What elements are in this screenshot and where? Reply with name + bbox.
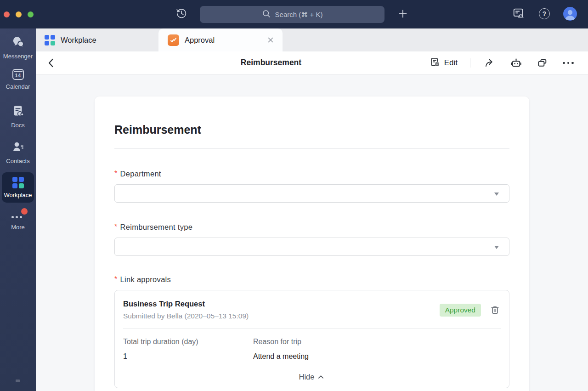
- user-avatar[interactable]: [563, 7, 577, 21]
- divider: [123, 328, 501, 329]
- sidebar-item-label: Workplace: [4, 192, 32, 198]
- search-icon: [262, 9, 271, 20]
- tab-workplace[interactable]: Workplace: [36, 28, 158, 51]
- history-button[interactable]: [175, 8, 188, 21]
- status-badge: Approved: [440, 304, 481, 317]
- zoom-window-button[interactable]: [28, 11, 34, 17]
- linked-approval-submitted: Submitted by Bella (2020–05–13 15:09): [123, 312, 440, 320]
- divider: [114, 148, 509, 149]
- sidebar-item-label: Messenger: [3, 53, 33, 60]
- close-window-button[interactable]: [4, 11, 10, 17]
- person-icon: [563, 7, 577, 21]
- required-marker: *: [114, 223, 118, 231]
- delete-linked-approval-button[interactable]: [489, 304, 501, 316]
- share-icon: [484, 57, 496, 69]
- ellipsis-icon: [563, 62, 574, 64]
- page-header: Reimbursement: [36, 51, 588, 74]
- new-tab-button[interactable]: [397, 9, 409, 21]
- form-card: Reimbursement * Department * Reimburseme…: [95, 96, 529, 391]
- required-marker: *: [114, 170, 118, 178]
- sidebar-footer-icon: [16, 380, 20, 382]
- sidebar-item-more[interactable]: More: [0, 210, 36, 231]
- tab-label: Workplace: [61, 36, 96, 45]
- edit-button[interactable]: Edit: [430, 57, 458, 70]
- help-button[interactable]: ?: [537, 7, 551, 21]
- search-placeholder: Search (⌘ + K): [275, 11, 323, 19]
- detail-label: Total trip duration (day): [123, 338, 253, 346]
- window-controls: [4, 11, 34, 17]
- contacts-icon: [12, 141, 24, 154]
- panel-bell-icon: [512, 6, 525, 21]
- workplace-icon: [45, 35, 55, 45]
- open-in-new-window-button[interactable]: [535, 56, 549, 70]
- tab-approval[interactable]: Approval: [158, 28, 283, 51]
- approval-icon: [168, 34, 179, 46]
- tab-label: Approval: [185, 36, 215, 45]
- linked-approval-details: Total trip duration (day) 1 Reason for t…: [123, 338, 501, 361]
- department-select[interactable]: [114, 184, 509, 203]
- bot-button[interactable]: [509, 56, 523, 70]
- field-label-department: * Department: [114, 170, 509, 178]
- sidebar-item-label: More: [11, 224, 25, 231]
- field-label-link-approvals: * Link approvals: [114, 275, 509, 284]
- sidebar-item-label: Docs: [11, 122, 25, 129]
- search-input[interactable]: Search (⌘ + K): [200, 6, 384, 23]
- topbar: Search (⌘ + K) ?: [0, 0, 588, 28]
- app-window: Search (⌘ + K) ?: [0, 0, 588, 391]
- linked-approval-header: Business Trip Request Submitted by Bella…: [123, 300, 501, 320]
- form-edit-icon: [430, 57, 441, 70]
- detail-value: Attend a meeting: [253, 352, 309, 361]
- sidebar-item-calendar[interactable]: 14 Calendar: [0, 69, 36, 90]
- form-title: Reimbursement: [114, 123, 509, 136]
- tab-bar: Workplace Approval: [36, 28, 588, 51]
- more-actions-button[interactable]: [561, 56, 575, 70]
- linked-approval-title: Business Trip Request: [123, 300, 440, 308]
- sidebar-item-label: Calendar: [6, 83, 30, 90]
- chevron-down-icon: [494, 246, 499, 249]
- field-label-reimbursement-type: * Reimbursement type: [114, 223, 509, 232]
- docs-icon: [12, 105, 24, 119]
- trash-icon: [490, 305, 500, 315]
- divider: [470, 58, 470, 68]
- detail-value: 1: [123, 352, 253, 361]
- topbar-right-group: ?: [512, 7, 577, 21]
- close-tab-button[interactable]: [265, 34, 276, 45]
- chevron-up-icon: [317, 373, 325, 381]
- sidebar-item-messenger[interactable]: Messenger: [0, 36, 36, 60]
- chevron-left-icon: [45, 57, 57, 69]
- robot-icon: [510, 57, 522, 69]
- content-area: Reimbursement * Department * Reimburseme…: [36, 74, 588, 391]
- hide-details-button[interactable]: Hide: [299, 373, 325, 381]
- edit-label: Edit: [444, 58, 458, 68]
- duplicate-window-icon: [537, 57, 548, 69]
- minimize-window-button[interactable]: [16, 11, 22, 17]
- required-marker: *: [114, 275, 118, 283]
- workplace-icon: [12, 177, 24, 188]
- sidebar-item-label: Contacts: [6, 158, 29, 164]
- page-title: Reimbursement: [241, 58, 301, 68]
- sidebar-item-docs[interactable]: Docs: [0, 105, 36, 129]
- header-actions: Edit: [430, 51, 575, 74]
- share-button[interactable]: [483, 56, 497, 70]
- notification-badge: [21, 208, 28, 215]
- detail-label: Reason for trip: [253, 338, 309, 346]
- main-area: Workplace Approval: [36, 28, 588, 391]
- history-icon: [175, 7, 187, 21]
- sidebar-item-workplace[interactable]: Workplace: [2, 172, 34, 203]
- linked-approval-card[interactable]: Business Trip Request Submitted by Bella…: [114, 290, 509, 388]
- hide-label: Hide: [299, 373, 315, 381]
- sidebar-item-contacts[interactable]: Contacts: [0, 141, 36, 164]
- plus-icon: [398, 9, 408, 21]
- calendar-icon: 14: [12, 69, 24, 80]
- reimbursement-type-select[interactable]: [114, 238, 509, 256]
- messenger-icon: [12, 36, 24, 50]
- sidebar: Messenger 14 Calendar Docs: [0, 28, 36, 391]
- notification-settings-button[interactable]: [512, 7, 526, 21]
- back-button[interactable]: [45, 57, 58, 69]
- more-dots-icon: [10, 210, 26, 221]
- question-mark-icon: ?: [539, 8, 550, 19]
- close-icon: [266, 36, 275, 44]
- chevron-down-icon: [494, 193, 499, 196]
